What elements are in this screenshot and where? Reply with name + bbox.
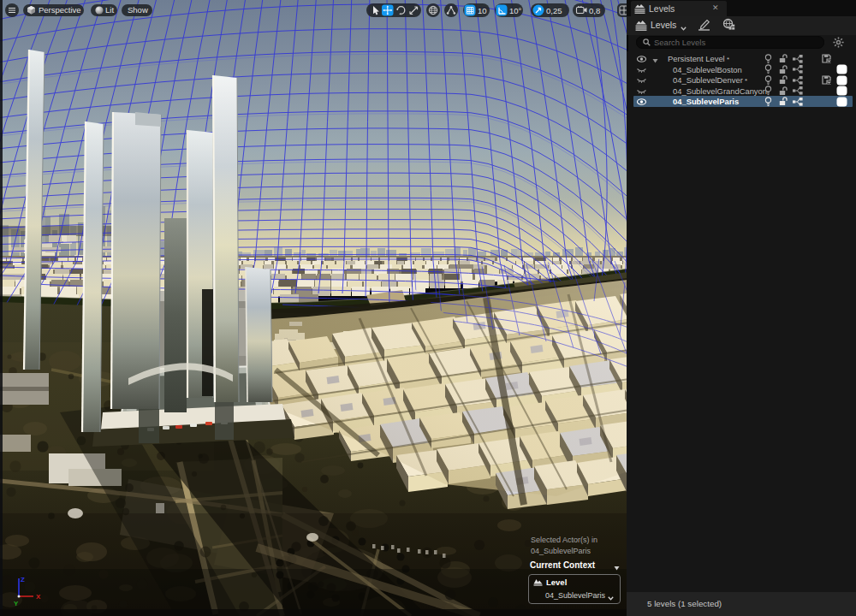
svg-text:10: 10 [478, 6, 487, 15]
svg-text:Y: Y [14, 600, 19, 607]
svg-text:Show: Show [128, 5, 148, 15]
svg-text:Perspective: Perspective [39, 5, 81, 15]
svg-text:Z: Z [21, 576, 25, 583]
svg-text:Lit: Lit [105, 5, 114, 15]
svg-text:X: X [36, 593, 41, 601]
svg-text:0,8: 0,8 [589, 6, 600, 15]
svg-text:0,25: 0,25 [546, 6, 562, 15]
svg-text:10°: 10° [509, 6, 522, 15]
